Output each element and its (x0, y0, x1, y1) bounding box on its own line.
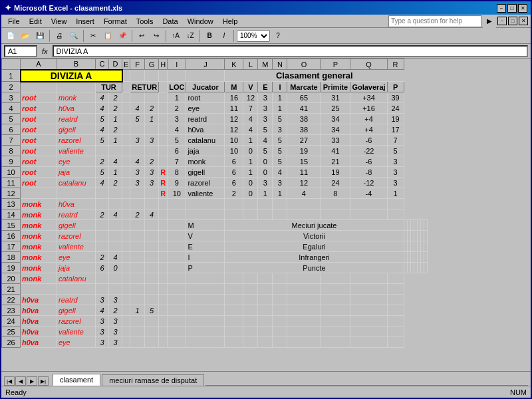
cell-C20[interactable] (96, 273, 109, 284)
cell-G26[interactable] (144, 337, 158, 348)
cell-B25[interactable]: valiente (57, 327, 96, 337)
cell-K12[interactable]: 2 (225, 188, 243, 199)
menu-file[interactable]: File (4, 17, 24, 26)
cell-E12[interactable] (122, 188, 130, 199)
cell-C15[interactable] (96, 220, 109, 231)
cell-B9[interactable]: eye (57, 156, 96, 167)
cell-H17[interactable] (159, 241, 168, 252)
cell-Q6[interactable]: +4 (350, 124, 387, 135)
cell-H3[interactable] (159, 92, 168, 103)
row-header-4[interactable]: 4 (2, 103, 21, 114)
tab-clasament[interactable]: clasament (53, 374, 100, 386)
cell-I5[interactable]: 3 (168, 114, 186, 124)
cell-D11[interactable]: 2 (109, 178, 122, 188)
cell-B18[interactable]: eye (57, 252, 96, 263)
cell-I17[interactable] (168, 241, 186, 252)
cell-L2[interactable]: V (243, 82, 258, 92)
cell-D24[interactable]: 3 (109, 316, 122, 327)
cell-E8[interactable] (122, 146, 130, 156)
cell-C7[interactable]: 5 (96, 135, 109, 146)
cell-F26[interactable] (130, 337, 144, 348)
cell-A26[interactable]: h0va (21, 337, 57, 348)
cell-L22[interactable] (243, 295, 258, 305)
cell-F12[interactable] (130, 188, 144, 199)
cell-K24[interactable] (225, 316, 243, 327)
cell-P9[interactable]: 21 (321, 156, 350, 167)
cell-A10[interactable]: root (21, 167, 57, 178)
row-header-3[interactable]: 3 (2, 92, 21, 103)
cell-C22[interactable]: 3 (96, 295, 109, 305)
cell-H23[interactable] (159, 305, 168, 316)
cell-D6[interactable]: 2 (109, 124, 122, 135)
cell-A16[interactable]: monk (21, 231, 57, 241)
cell-J7[interactable]: catalanu (186, 135, 225, 146)
cell-R14[interactable] (387, 209, 404, 220)
cell-O9[interactable]: 15 (287, 156, 321, 167)
cell-D12[interactable] (109, 188, 122, 199)
cell-K23[interactable] (225, 305, 243, 316)
cell-P22[interactable] (321, 295, 350, 305)
help-search-button[interactable]: ▶ (483, 15, 496, 28)
cell-J5[interactable]: reatrd (186, 114, 225, 124)
cell-B23[interactable]: gigell (57, 305, 96, 316)
cell-D16[interactable] (109, 231, 122, 241)
cell-E5[interactable] (122, 114, 130, 124)
cell-A18[interactable]: monk (21, 252, 57, 263)
sort-asc-button[interactable]: ↑A (169, 29, 182, 43)
close-button[interactable]: ✕ (518, 4, 527, 13)
tab-meciuri[interactable]: meciuri ramase de disputat (102, 374, 204, 386)
cell-F7[interactable]: 3 (130, 135, 144, 146)
cell-F21[interactable] (130, 284, 144, 295)
cell-F20[interactable] (130, 273, 144, 284)
cell-E21[interactable] (122, 284, 130, 295)
cell-R15[interactable] (424, 220, 427, 231)
cell-G4[interactable]: 2 (144, 103, 158, 114)
cell-N10[interactable]: 4 (273, 167, 287, 178)
cell-row1-0[interactable] (122, 70, 130, 82)
cell-K4[interactable]: 11 (225, 103, 243, 114)
cell-A21[interactable] (21, 284, 57, 295)
cell-Q23[interactable] (350, 305, 387, 316)
cell-D23[interactable]: 2 (109, 305, 122, 316)
cell-P20[interactable] (321, 273, 350, 284)
cell-I23[interactable] (168, 305, 186, 316)
save-button[interactable]: 💾 (33, 29, 47, 43)
cell-A23[interactable]: h0va (21, 305, 57, 316)
cell-F8[interactable] (130, 146, 144, 156)
zoom-help-button[interactable]: ? (271, 29, 285, 43)
cell-M21[interactable] (258, 284, 273, 295)
cell-M3[interactable]: 3 (258, 92, 273, 103)
cell-P5[interactable]: 34 (321, 114, 350, 124)
cell-F11[interactable]: 3 (130, 178, 144, 188)
cell-A17[interactable]: monk (21, 241, 57, 252)
cell-R10[interactable]: 3 (387, 167, 404, 178)
app-minimize-button[interactable]: − (497, 17, 507, 25)
italic-button[interactable]: I (217, 29, 231, 43)
cell-H10[interactable]: R (159, 167, 168, 178)
cell-R17[interactable] (424, 241, 427, 252)
cell-K20[interactable] (225, 273, 243, 284)
cell-P6[interactable]: 34 (321, 124, 350, 135)
cell-N3[interactable]: 1 (273, 92, 287, 103)
cell-O12[interactable]: 4 (287, 188, 321, 199)
cell-G23[interactable]: 5 (144, 305, 158, 316)
cell-J25[interactable] (186, 327, 225, 337)
cell-Q8[interactable]: -22 (350, 146, 387, 156)
cell-R25[interactable] (387, 327, 404, 337)
col-header-I[interactable]: I (168, 59, 186, 70)
col-header-K[interactable]: K (225, 59, 243, 70)
cell-Q9[interactable]: -6 (350, 156, 387, 167)
cell-E26[interactable] (122, 337, 130, 348)
cell-R24[interactable] (387, 316, 404, 327)
cell-P23[interactable] (321, 305, 350, 316)
cell-C10[interactable]: 5 (96, 167, 109, 178)
menu-data[interactable]: Data (158, 17, 182, 26)
cell-I13[interactable] (168, 199, 186, 209)
cell-Q14[interactable] (350, 209, 387, 220)
cell-row1-1[interactable] (130, 70, 144, 82)
cell-C19[interactable]: 6 (96, 263, 109, 273)
cell-L12[interactable]: 0 (243, 188, 258, 199)
cell-O4[interactable]: 41 (287, 103, 321, 114)
cell-G6[interactable] (144, 124, 158, 135)
cell-L24[interactable] (243, 316, 258, 327)
